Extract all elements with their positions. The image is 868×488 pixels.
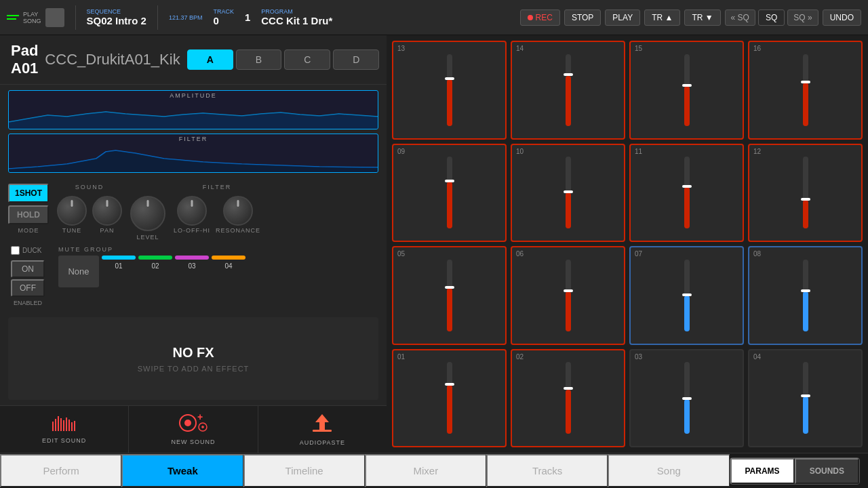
new-sound-label: NEW SOUND [171,439,215,445]
nav-timeline[interactable]: Timeline [243,454,365,487]
pad-cell-08[interactable]: 08 [748,246,863,345]
audiopaste-button[interactable]: AUDIOPASTE [258,406,387,453]
nav-mixer[interactable]: Mixer [365,454,486,487]
on-button[interactable]: ON [11,260,45,278]
pad-slider-14[interactable] [566,54,571,126]
sounds-button[interactable]: SOUNDS [795,458,859,484]
tab-a[interactable]: A [187,49,233,70]
audiopaste-icon [310,413,334,436]
pad-slider-05[interactable] [447,260,452,331]
pad-slider-handle-03 [682,397,692,400]
pad-slider-15[interactable] [684,54,690,126]
level-label: LEVEL [136,234,159,241]
pad-slider-09[interactable] [447,157,452,228]
hold-button[interactable]: HOLD [8,205,49,224]
pad-slider-03[interactable] [684,362,690,434]
filter-waveform[interactable]: FILTER [8,134,378,173]
pad-cell-10[interactable]: 10 [511,144,625,243]
track-value: 0 [213,15,234,26]
pad-slider-13[interactable] [447,54,452,126]
pad-slider-01[interactable] [447,362,452,434]
resonance-knob[interactable] [223,196,253,226]
pad-slider-11[interactable] [684,157,690,228]
track-num-section: 1 [245,12,250,23]
mute-03-button[interactable]: 03 [175,256,209,287]
pad-num-16: 16 [753,45,761,52]
nav-perform[interactable]: Perform [0,454,121,487]
tab-d[interactable]: D [333,49,379,70]
pad-cell-16[interactable]: 16 [748,41,863,140]
play-button[interactable]: PLAY [605,9,640,26]
pad-cell-15[interactable]: 15 [629,41,744,140]
pad-slider-07[interactable] [684,260,690,331]
looffhi-knob[interactable] [177,196,207,226]
duck-checkbox[interactable] [11,246,20,255]
pad-slider-08[interactable] [803,260,808,331]
pad-cell-07[interactable]: 07 [629,246,744,345]
pad-slider-handle-04 [801,394,810,397]
nav-tracks[interactable]: Tracks [486,454,608,487]
nav-song[interactable]: Song [608,454,729,487]
pad-cell-09[interactable]: 09 [392,144,507,243]
tab-c[interactable]: C [284,49,330,70]
pad-cell-01[interactable]: 01 [392,349,507,448]
mute-01-button[interactable]: 01 [102,256,136,287]
oneshot-button[interactable]: 1SHOT [8,184,49,203]
tab-b[interactable]: B [236,49,281,70]
pan-knob[interactable] [92,196,122,226]
stop-button[interactable]: STOP [564,9,601,26]
pad-slider-02[interactable] [566,362,571,434]
program-value: CCC Kit 1 Dru* [261,15,332,26]
sq-nav: « SQ SQ SQ » [725,9,818,26]
pad-slider-12[interactable] [803,157,808,228]
svg-point-12 [184,420,191,426]
svg-rect-5 [60,418,62,431]
duck-checkbox-label[interactable]: DUCK [11,246,45,255]
pad-cell-11[interactable]: 11 [629,144,744,243]
svg-rect-10 [74,421,75,431]
pad-cell-13[interactable]: 13 [392,41,507,140]
pad-cell-14[interactable]: 14 [511,41,625,140]
play-song-group[interactable]: PLAY SONG [7,8,64,27]
mute-02-button[interactable]: 02 [138,256,172,287]
mute-none-button[interactable]: None [58,256,99,287]
fx-section[interactable]: NO FX SWIPE TO ADD AN EFFECT [8,317,378,400]
undo-button[interactable]: UNDO [823,9,861,26]
sq-left-button[interactable]: « SQ [725,9,755,26]
pad-slider-handle-15 [682,84,692,87]
pad-slider-04[interactable] [803,362,808,434]
bpm-value: 121.37 BPM [169,14,203,21]
tune-knob[interactable] [57,196,87,226]
edit-sound-button[interactable]: EDIT SOUND [0,406,129,453]
level-knob[interactable] [130,196,165,231]
mute-04-button[interactable]: 04 [212,256,245,287]
pad-slider-handle-01 [445,383,454,386]
pad-cell-03[interactable]: 03 [629,349,744,448]
section-tabs: A B C D [187,49,380,70]
sq-right-button[interactable]: SQ » [787,9,818,26]
tr-down-button[interactable]: TR ▼ [684,9,720,26]
pad-slider-16[interactable] [803,54,808,126]
off-button[interactable]: OFF [11,279,45,297]
nav-tweak[interactable]: Tweak [121,454,243,487]
pad-cell-05[interactable]: 05 [392,246,507,345]
pad-header: Pad A01 CCC_DrukitA01_Kik A B C D [0,35,387,85]
amplitude-waveform[interactable]: AMPLITUDE [8,90,378,129]
tr-up-button[interactable]: TR ▲ [644,9,680,26]
pad-cell-06[interactable]: 06 [511,246,625,345]
pad-slider-06[interactable] [566,260,571,331]
new-sound-button[interactable]: + NEW SOUND [129,406,258,453]
pad-preset: CCC_DrukitA01_Kik [45,51,180,68]
bottom-action-bar: EDIT SOUND + NEW SOUND [0,405,387,453]
pad-cell-12[interactable]: 12 [748,144,863,243]
rec-button[interactable]: REC [520,9,560,26]
svg-rect-2 [52,422,54,431]
pad-num-11: 11 [635,148,642,155]
pad-cell-04[interactable]: 04 [748,349,863,448]
pad-slider-10[interactable] [566,157,571,228]
pad-cell-02[interactable]: 02 [511,349,625,448]
pads-grid: 13141516091011120506070801020304 [392,41,863,447]
pad-num-12: 12 [753,148,761,155]
svg-rect-7 [66,418,67,431]
params-button[interactable]: PARAMS [730,458,795,484]
